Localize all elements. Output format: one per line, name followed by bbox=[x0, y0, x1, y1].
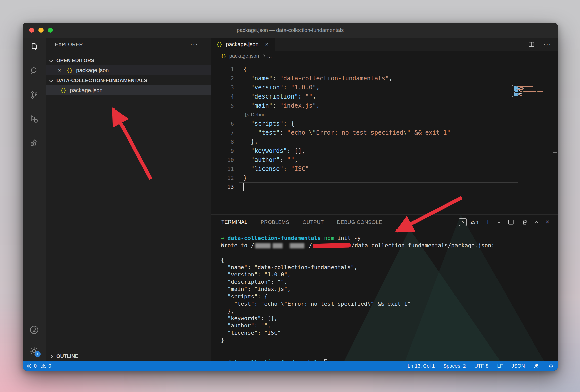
terminal-line bbox=[221, 344, 558, 351]
tab-strip: {} package.json × ··· bbox=[211, 38, 558, 51]
split-editor-icon[interactable] bbox=[528, 41, 535, 48]
cursor-position-status[interactable]: Ln 13, Col 1 bbox=[408, 363, 435, 369]
chevron-down-icon bbox=[49, 79, 53, 82]
vscode-window: package.json — data-collection-fundament… bbox=[23, 23, 558, 371]
close-editor-icon[interactable]: × bbox=[58, 67, 61, 74]
panel-tab-terminal[interactable]: TERMINAL bbox=[221, 216, 247, 228]
code-line: 8}, bbox=[211, 137, 558, 146]
editor-more-actions-icon[interactable]: ··· bbox=[543, 41, 551, 48]
problems-status[interactable]: 0 0 bbox=[27, 363, 51, 369]
code-line: 1{ bbox=[211, 65, 558, 74]
current-line-highlight bbox=[239, 182, 518, 191]
explorer-title: EXPLORER bbox=[55, 42, 83, 47]
split-terminal-icon[interactable] bbox=[508, 219, 514, 225]
codelens-row: ▷ Debug bbox=[211, 110, 558, 119]
terminal-line: Wrote to / //data-collection-fundamental… bbox=[221, 242, 558, 249]
open-editor-item-package-json[interactable]: × {} package.json bbox=[46, 65, 211, 75]
terminal-line: } bbox=[221, 336, 558, 344]
terminal-line: "keywords": [], bbox=[221, 315, 558, 322]
terminal-line: "author": "", bbox=[221, 322, 558, 329]
panel-actions: > zsh + × bbox=[459, 215, 549, 229]
outline-section-header[interactable]: OUTLINE bbox=[46, 351, 211, 361]
breadcrumb-more[interactable]: … bbox=[267, 53, 272, 59]
code-editor[interactable]: 1{2"name": "data-collection-fundamentals… bbox=[211, 60, 558, 214]
redacted-scribble bbox=[313, 243, 351, 248]
terminal-line: }, bbox=[221, 307, 558, 315]
account-icon[interactable] bbox=[29, 324, 40, 335]
window-title: package.json — data-collection-fundament… bbox=[23, 23, 558, 38]
breadcrumb-file[interactable]: package.json bbox=[229, 53, 259, 59]
panel-tab-output[interactable]: OUTPUT bbox=[303, 216, 324, 228]
terminal-dropdown-icon[interactable] bbox=[497, 220, 501, 224]
tree-item-package-json[interactable]: {} package.json bbox=[46, 85, 211, 95]
terminal-line bbox=[221, 249, 558, 256]
terminal-line: "description": "", bbox=[221, 278, 558, 285]
language-mode-status[interactable]: JSON bbox=[512, 363, 525, 369]
minimap-line bbox=[512, 97, 552, 99]
explorer-more-actions-icon[interactable]: ··· bbox=[190, 41, 198, 48]
source-control-icon[interactable] bbox=[29, 89, 40, 101]
chevron-right-icon bbox=[49, 354, 53, 358]
terminal-line: "license": "ISC" bbox=[221, 329, 558, 336]
code-line: 9"keywords": [], bbox=[211, 146, 558, 155]
terminal-line: → data-collection-fundamentals bbox=[221, 358, 558, 361]
encoding-status[interactable]: UTF-8 bbox=[474, 363, 489, 369]
terminal-panel: TERMINALPROBLEMSOUTPUTDEBUG CONSOLE > zs… bbox=[211, 214, 558, 361]
code-line: 7"test": "echo \"Error: no test specifie… bbox=[211, 128, 558, 137]
terminal-shell-icon: > bbox=[459, 218, 467, 226]
eol-status[interactable]: LF bbox=[497, 363, 503, 369]
open-editor-label: package.json bbox=[76, 67, 109, 74]
close-panel-icon[interactable]: × bbox=[546, 218, 549, 226]
terminal-line: { bbox=[221, 256, 558, 264]
editor-area: {} package.json × ··· {} package.json … … bbox=[211, 38, 558, 361]
minimap[interactable] bbox=[512, 85, 552, 99]
panel-tab-debug-console[interactable]: DEBUG CONSOLE bbox=[337, 216, 382, 228]
json-file-icon: {} bbox=[67, 67, 73, 73]
code-line: 3"version": "1.0.0", bbox=[211, 83, 558, 92]
code-line: 6"scripts": { bbox=[211, 119, 558, 128]
extensions-icon[interactable] bbox=[29, 138, 40, 149]
breadcrumb[interactable]: {} package.json … bbox=[211, 51, 558, 60]
terminal-line: "test": "echo \"Error: no test specified… bbox=[221, 300, 558, 307]
open-editors-section-header[interactable]: OPEN EDITORS bbox=[46, 55, 211, 65]
code-line: 2"name": "data-collection-fundamentals", bbox=[211, 74, 558, 83]
title-bar: package.json — data-collection-fundament… bbox=[23, 23, 558, 38]
terminal-line: "scripts": { bbox=[221, 293, 558, 300]
terminal-line: "version": "1.0.0", bbox=[221, 271, 558, 278]
code-line: 11"license": "ISC" bbox=[211, 164, 558, 173]
warnings-icon bbox=[41, 363, 46, 369]
code-line: 10"author": "", bbox=[211, 155, 558, 164]
chevron-right-icon bbox=[262, 54, 265, 57]
terminal-line: → data-collection-fundamentals npm init … bbox=[221, 234, 558, 242]
indentation-status[interactable]: Spaces: 2 bbox=[443, 363, 466, 369]
new-terminal-icon[interactable]: + bbox=[486, 218, 490, 226]
redacted-blur bbox=[273, 243, 283, 248]
settings-badge: 1 bbox=[35, 351, 41, 357]
run-debug-icon[interactable] bbox=[29, 114, 40, 125]
terminal-line: "main": "index.js", bbox=[221, 285, 558, 293]
json-file-icon: {} bbox=[216, 41, 222, 47]
tab-package-json[interactable]: {} package.json × bbox=[211, 38, 275, 51]
search-icon[interactable] bbox=[29, 65, 40, 76]
kill-terminal-trash-icon[interactable] bbox=[522, 219, 528, 225]
feedback-icon[interactable] bbox=[533, 363, 540, 369]
redacted-blur bbox=[290, 243, 304, 248]
notifications-bell-icon[interactable] bbox=[548, 363, 554, 369]
tab-close-icon[interactable]: × bbox=[265, 41, 269, 48]
maximize-panel-icon[interactable] bbox=[535, 221, 538, 224]
status-bar: 0 0 Ln 13, Col 1 Spaces: 2 UTF-8 LF JSON bbox=[23, 361, 558, 371]
chevron-down-icon bbox=[49, 59, 53, 62]
explorer-sidebar: EXPLORER ··· OPEN EDITORS × {} package.j… bbox=[46, 38, 211, 361]
terminal-output[interactable]: → data-collection-fundamentals npm init … bbox=[211, 229, 558, 361]
errors-icon bbox=[27, 363, 32, 369]
settings-gear-icon[interactable]: 1 bbox=[29, 346, 40, 357]
terminal-cursor bbox=[324, 359, 327, 361]
code-line: 12} bbox=[211, 173, 558, 182]
terminal-line bbox=[221, 351, 558, 358]
folder-section-header[interactable]: DATA-COLLECTION-FUNDAMENTALS bbox=[46, 75, 211, 85]
code-line: 5"main": "index.js", bbox=[211, 101, 558, 110]
panel-tab-problems[interactable]: PROBLEMS bbox=[261, 216, 289, 228]
activity-bar: 1 bbox=[23, 38, 46, 361]
explorer-icon[interactable] bbox=[29, 41, 40, 52]
terminal-line: "name": "data-collection-fundamentals", bbox=[221, 264, 558, 271]
